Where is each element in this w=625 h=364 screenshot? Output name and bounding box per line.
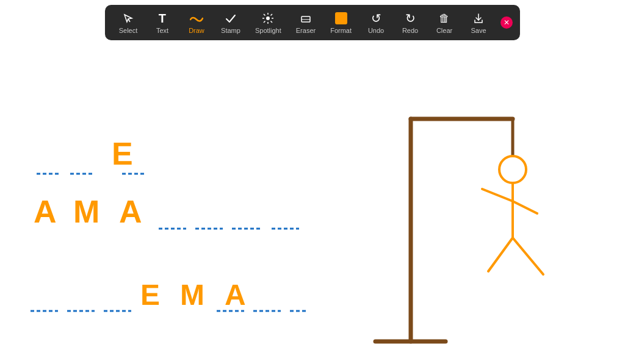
format-icon	[335, 11, 347, 26]
tool-text-label: Text	[156, 27, 168, 34]
tool-spotlight[interactable]: Spotlight	[249, 9, 287, 37]
svg-point-1	[266, 16, 270, 20]
eraser-icon	[300, 11, 312, 26]
tool-stamp-label: Stamp	[221, 27, 240, 34]
svg-line-9	[264, 21, 266, 23]
tool-clear-label: Clear	[436, 27, 452, 34]
letter-a3: A	[225, 279, 246, 311]
save-icon	[472, 11, 485, 26]
tool-stamp[interactable]: Stamp	[215, 9, 247, 37]
tool-draw[interactable]: Draw	[181, 9, 212, 37]
letter-a1: A	[34, 194, 57, 229]
svg-line-0	[128, 19, 130, 22]
letter-m: M	[73, 194, 99, 229]
tool-eraser[interactable]: Eraser	[290, 9, 322, 37]
tool-undo[interactable]: ↺ Undo	[360, 9, 392, 37]
tool-eraser-label: Eraser	[296, 27, 316, 34]
close-button[interactable]: ✕	[500, 16, 513, 29]
svg-line-6	[264, 14, 266, 16]
spotlight-icon	[262, 11, 274, 26]
undo-icon: ↺	[371, 11, 381, 26]
select-icon	[122, 11, 134, 26]
svg-line-33	[513, 201, 537, 213]
tool-clear[interactable]: 🗑 Clear	[428, 9, 460, 37]
text-icon: T	[159, 11, 166, 26]
svg-line-35	[513, 238, 543, 274]
tool-select[interactable]: Select	[112, 9, 144, 37]
tool-spotlight-label: Spotlight	[255, 27, 281, 34]
tool-redo[interactable]: ↻ Redo	[394, 9, 426, 37]
letter-a2: A	[119, 194, 142, 229]
letter-e-top: E	[112, 136, 133, 171]
tool-save[interactable]: Save	[463, 9, 494, 37]
tool-draw-label: Draw	[189, 27, 204, 34]
tool-format[interactable]: Format	[324, 9, 358, 37]
svg-line-32	[482, 189, 513, 201]
tool-undo-label: Undo	[368, 27, 384, 34]
tool-select-label: Select	[119, 27, 138, 34]
clear-icon: 🗑	[439, 11, 450, 26]
svg-line-8	[271, 14, 273, 16]
svg-point-30	[499, 156, 526, 183]
tool-format-label: Format	[330, 27, 352, 34]
letter-m2: M	[180, 279, 204, 311]
svg-line-34	[488, 238, 513, 271]
draw-icon	[190, 11, 203, 26]
stamp-icon	[225, 11, 237, 26]
canvas-drawing[interactable]: E A M A E M A	[0, 0, 625, 364]
svg-line-7	[271, 21, 273, 23]
tool-save-label: Save	[471, 27, 486, 34]
tool-redo-label: Redo	[402, 27, 418, 34]
tool-text[interactable]: T Text	[146, 9, 178, 37]
toolbar: Select T Text Draw Stamp	[105, 5, 520, 40]
redo-icon: ↻	[405, 11, 416, 26]
letter-e-bottom: E	[140, 279, 160, 311]
